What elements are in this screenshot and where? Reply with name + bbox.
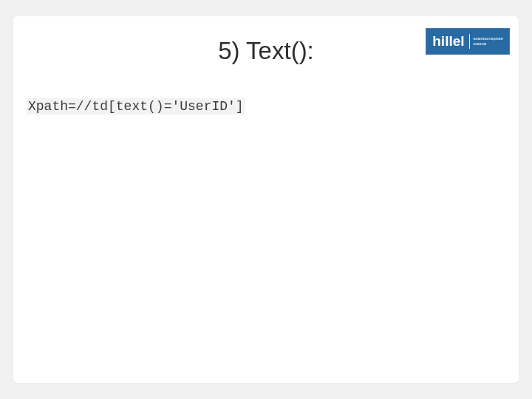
logo-sub-line2: школа: [474, 41, 503, 47]
slide-card: 5) Text(): hillel компьютерная школа Xpa…: [13, 16, 519, 383]
logo-subtext: компьютерная школа: [470, 36, 503, 47]
logo-sub-line1: компьютерная: [474, 36, 503, 41]
code-snippet: Xpath=//td[text()='UserID']: [27, 98, 245, 115]
brand-logo: hillel компьютерная школа: [426, 28, 510, 55]
logo-brand-text: hillel: [432, 34, 469, 49]
